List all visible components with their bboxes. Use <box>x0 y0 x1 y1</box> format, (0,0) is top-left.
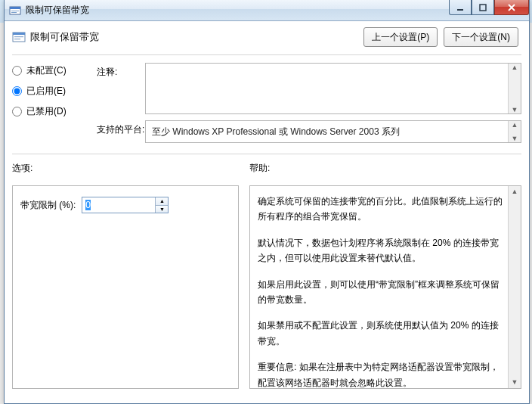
divider-2 <box>12 154 521 154</box>
help-text: 如果启用此设置，则可以使用“带宽限制”框来调整系统可保留的带宽数量。 <box>258 277 504 308</box>
svg-rect-9 <box>14 39 20 39</box>
previous-setting-button[interactable]: 上一个设置(P) <box>363 27 438 47</box>
comment-label: 注释: <box>97 63 145 79</box>
radio-enabled-input[interactable] <box>12 86 22 96</box>
bandwidth-limit-label: 带宽限制 (%): <box>20 199 76 212</box>
policy-icon <box>12 30 26 44</box>
window-buttons <box>449 0 529 15</box>
comment-scrollbar[interactable]: ▲▼ <box>508 64 521 113</box>
bandwidth-limit-spinner[interactable]: ▲ ▼ <box>82 197 169 213</box>
window-title: 限制可保留带宽 <box>26 4 89 17</box>
svg-rect-8 <box>14 36 23 37</box>
supported-platform-box: 至少 Windows XP Professional 或 Windows Ser… <box>145 120 521 143</box>
radio-disabled-input[interactable] <box>12 107 22 117</box>
svg-rect-7 <box>13 33 25 35</box>
spinner-up-button[interactable]: ▲ <box>156 197 168 206</box>
comment-textarea[interactable]: ▲▼ <box>145 63 521 114</box>
close-button[interactable] <box>494 0 529 15</box>
radio-not-configured-label: 未配置(C) <box>26 64 66 77</box>
spinner-down-button[interactable]: ▼ <box>156 206 168 213</box>
platform-value: 至少 Windows XP Professional 或 Windows Ser… <box>152 126 400 137</box>
help-text: 确定系统可保留的连接带宽的百分比。此值限制系统上运行的所有程序的组合带宽保留。 <box>258 194 504 225</box>
radio-not-configured[interactable]: 未配置(C) <box>12 64 97 77</box>
help-text: 默认情况下，数据包计划程序将系统限制在 20% 的连接带宽之内，但可以使用此设置… <box>258 235 504 266</box>
svg-rect-3 <box>11 12 17 13</box>
svg-rect-1 <box>10 7 20 9</box>
state-radio-group: 未配置(C) 已启用(E) 已禁用(D) <box>12 63 97 149</box>
maximize-button[interactable] <box>472 0 494 15</box>
title-bar[interactable]: 限制可保留带宽 <box>5 0 529 21</box>
next-setting-button[interactable]: 下一个设置(N) <box>444 27 518 47</box>
app-icon <box>9 5 21 17</box>
help-panel: 确定系统可保留的连接带宽的百分比。此值限制系统上运行的所有程序的组合带宽保留。 … <box>249 185 521 389</box>
bandwidth-limit-input[interactable] <box>82 197 155 213</box>
policy-title: 限制可保留带宽 <box>30 30 363 44</box>
minimize-button[interactable] <box>449 0 472 15</box>
options-label: 选项: <box>12 162 239 175</box>
radio-not-configured-input[interactable] <box>12 66 22 76</box>
help-text: 重要信息: 如果在注册表中为特定网络适配器设置带宽限制，配置该网络适配器时就会忽… <box>258 359 504 389</box>
dialog-header: 限制可保留带宽 上一个设置(P) 下一个设置(N) <box>12 27 521 47</box>
dialog-window: 限制可保留带宽 限制可保留带宽 上一个设置(P) 下一个设置(N) 未配置(C) <box>4 0 530 404</box>
platform-scrollbar[interactable]: ▲▼ <box>508 121 521 142</box>
options-panel: 带宽限制 (%): ▲ ▼ <box>12 185 239 389</box>
radio-enabled-label: 已启用(E) <box>26 85 66 98</box>
radio-enabled[interactable]: 已启用(E) <box>12 85 97 98</box>
help-text: 如果禁用或不配置此设置，则系统使用默认值为 20% 的连接带宽。 <box>258 318 504 349</box>
radio-disabled[interactable]: 已禁用(D) <box>12 105 97 118</box>
divider <box>12 54 521 55</box>
radio-disabled-label: 已禁用(D) <box>26 105 66 118</box>
svg-rect-2 <box>11 11 19 11</box>
dialog-content: 限制可保留带宽 上一个设置(P) 下一个设置(N) 未配置(C) 已启用(E) <box>5 21 529 403</box>
help-scrollbar[interactable]: ▲▼ <box>508 186 521 388</box>
help-label: 帮助: <box>249 162 521 175</box>
svg-rect-4 <box>457 9 463 11</box>
svg-rect-5 <box>480 5 486 11</box>
platform-label: 支持的平台: <box>97 120 145 136</box>
